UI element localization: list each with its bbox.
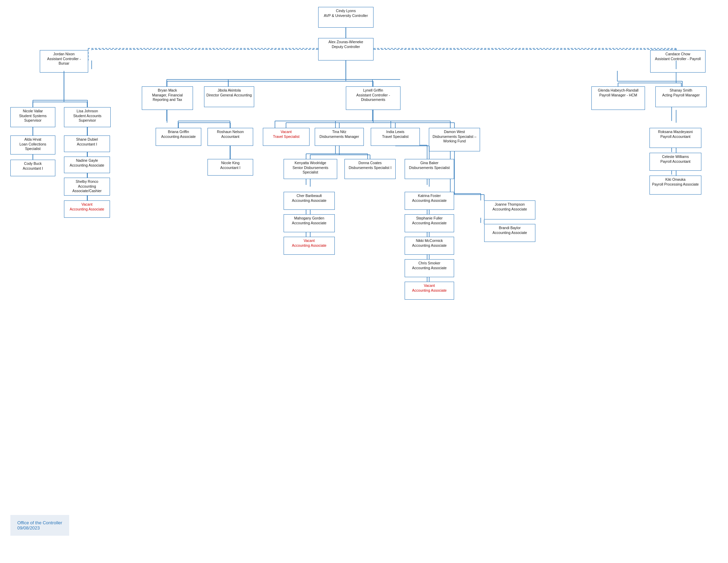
node-shelby-ronco: Shelby Ronco Accounting Associate/Cashie…	[64, 178, 110, 196]
node-alda-hrvat: Alda Hrvat Loan Collections Specialist	[10, 135, 55, 154]
node-alex-zouras: Alex Zouras-Wieneke Deputy Controller	[318, 38, 374, 60]
node-vacant-accounting-gina: Vacant Accounting Associate	[405, 282, 454, 300]
node-roksana: Roksana Mazdeyasni Payroll Accountant	[649, 128, 701, 148]
org-chart: Cindy Lyons AVP & University Controller …	[0, 0, 728, 546]
node-shane-dubiel: Shane Dubiel Accountant I	[64, 135, 110, 152]
node-india-lewis: India Lewis Travel Specialist	[371, 128, 420, 146]
node-brandi-baylor: Brandi Baylor Accounting Associate	[484, 224, 535, 242]
node-glenda: Glenda Habeych-Randall Payroll Manager -…	[591, 86, 645, 110]
node-joanne-thompson: Joanne Thompson Accounting Associate	[484, 200, 535, 219]
node-jibola-akintola: Jibola Akintola Director General Account…	[204, 86, 254, 107]
footer-org: Office of the Controller	[17, 520, 62, 525]
node-gina-baker: Gina Baker Disbursements Specialist	[405, 159, 454, 179]
node-stephanie-fuller: Stephanie Fuller Accounting Associate	[405, 214, 454, 232]
node-tina-nitz: Tina Nitz Disbursements Manager	[315, 128, 364, 146]
node-katrina-foster: Katrina Foster Accounting Associate	[405, 192, 454, 210]
node-vacant-accounting-kenyatta: Vacant Accounting Associate	[284, 237, 335, 255]
node-vacant-travel: Vacant Travel Specialist	[263, 128, 310, 146]
node-kenyatta-woolridge: Kenyatta Woolridge Senior Disbursements …	[284, 159, 337, 179]
node-roshaun-nelson: Roshaun Nelson Accountant	[208, 128, 253, 146]
node-nicole-vallar: Nicole Vallar Student Systems Supervisor	[10, 107, 55, 127]
node-chris-smoker: Chris Smoker Accounting Associate	[405, 259, 454, 277]
connector-lines	[0, 0, 728, 553]
node-celeste-williams: Celeste Williams Payroll Accountant	[649, 153, 701, 171]
node-vacant-accounting-1: Vacant Accounting Associate	[64, 200, 110, 218]
node-nikki-mccormick: Nikki McCormick Accounting Associate	[405, 237, 454, 255]
node-nicole-king: Nicole King Accountant I	[208, 159, 253, 176]
node-lynell-griffin: Lynell Griffin Assistant Controller - Di…	[346, 86, 400, 110]
node-cher-baribeault: Cher Baribeault Accounting Associate	[284, 192, 335, 210]
footer-date: 09/08/2023	[17, 525, 62, 531]
node-bryan-mack: Bryan Mack Manager, Financial Reporting …	[142, 86, 193, 110]
node-cindy-lyons: Cindy Lyons AVP & University Controller	[318, 7, 374, 28]
node-briana-griffin: Briana Griffin Accounting Associate	[156, 128, 201, 146]
node-nadine-gayle: Nadine Gayle Accounting Associate	[64, 157, 110, 173]
node-mahogany-gorden: Mahogany Gorden Accounting Associate	[284, 214, 335, 232]
node-kiki-onwuka: Kiki Onwuka Payroll Processing Associate	[649, 176, 701, 195]
node-cody-buck: Cody Buck Accountant I	[10, 160, 55, 176]
node-damon-west: Damon West Disbursements Specialist – Wo…	[429, 128, 480, 151]
footer: Office of the Controller 09/08/2023	[10, 515, 69, 536]
node-donna-coates: Donna Coates Disbursements Specialist I	[344, 159, 396, 179]
node-jordan-nixon: Jordan Nixon Assistant Controller - Burs…	[40, 50, 88, 73]
node-shanay-smith: Shanay Smith Acting Payroll Manager	[655, 86, 707, 107]
node-candace-chow: Candace Chow Assistant Controller - Payr…	[650, 50, 706, 73]
node-lisa-johnson: Lisa Johnson Student Accounts Supervisor	[64, 107, 111, 127]
